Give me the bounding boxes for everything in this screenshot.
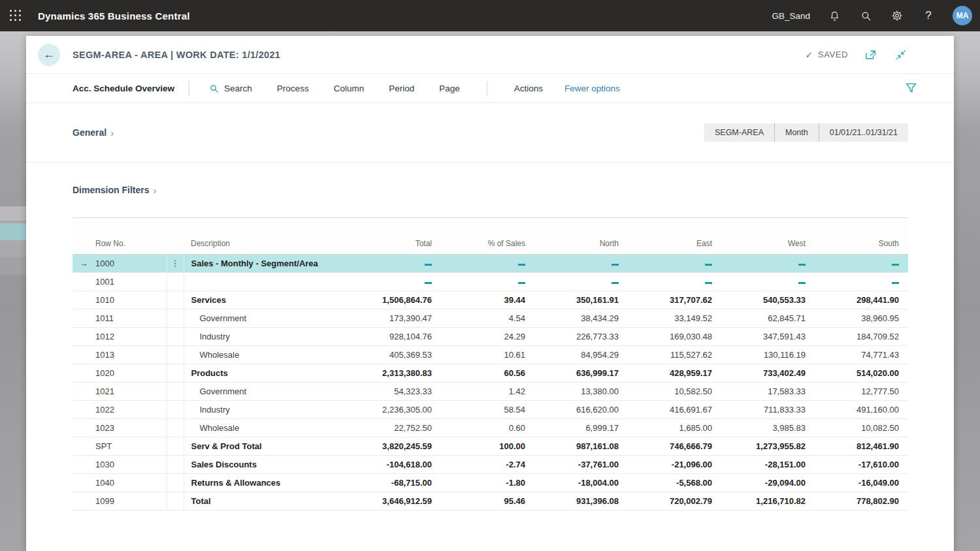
table-row[interactable]: 1022Industry2,236,305.0058.54616,620.004… <box>73 401 908 419</box>
cell-value[interactable]: 616,620.00 <box>534 401 628 419</box>
table-row[interactable]: 1099Total3,646,912.5995.46931,396.08720,… <box>73 492 908 511</box>
cell-description[interactable]: Wholesale <box>184 346 348 364</box>
table-row[interactable]: 1021Government54,323.331.4213,380.0010,5… <box>73 383 908 401</box>
cell-row-no[interactable]: 1099 <box>95 492 167 511</box>
open-in-new-window-icon[interactable] <box>864 48 878 61</box>
cell-value[interactable]: 10.61 <box>441 346 534 364</box>
cell-value[interactable]: 184,709.52 <box>815 328 908 346</box>
cell-row-no[interactable]: 1011 <box>95 309 167 328</box>
cell-value[interactable]: 491,160.00 <box>815 401 908 419</box>
cell-value[interactable]: 317,707.62 <box>628 291 721 309</box>
cell-value[interactable]: 10,082.50 <box>815 419 908 437</box>
cell-value[interactable]: 12,777.50 <box>815 383 908 401</box>
cell-value[interactable]: 428,959.17 <box>628 364 721 383</box>
cell-value[interactable]: -68,715.00 <box>348 474 441 492</box>
cell-value[interactable]: 746,666.79 <box>628 437 721 456</box>
cell-value[interactable]: 711,833.33 <box>721 401 815 419</box>
cell-value[interactable]: 2,236,305.00 <box>348 401 441 419</box>
cell-value[interactable]: 39.44 <box>441 291 534 309</box>
cell-value[interactable]: 100.00 <box>441 437 534 456</box>
cell-value[interactable]: 812,461.90 <box>815 437 908 456</box>
cell-value[interactable]: 84,954.29 <box>534 346 628 364</box>
table-row[interactable]: 1012Industry928,104.7624.29226,773.33169… <box>73 328 908 346</box>
cell-value[interactable]: 13,380.00 <box>534 383 628 401</box>
cell-value[interactable]: -18,004.00 <box>534 474 628 492</box>
cell-value[interactable]: 347,591.43 <box>721 328 815 346</box>
column-header-total[interactable]: Total <box>348 218 441 255</box>
row-options-icon[interactable]: ⋮ <box>167 255 184 273</box>
cell-row-no[interactable]: 1021 <box>95 383 167 401</box>
cell-value[interactable]: 540,553.33 <box>721 291 815 309</box>
cell-value[interactable]: -17,610.00 <box>815 456 908 474</box>
cell-description[interactable]: Sales - Monthly - Segment/Area <box>184 255 348 273</box>
filter-column-layout[interactable]: Month <box>775 123 819 142</box>
cell-description[interactable]: Government <box>184 309 348 328</box>
cell-value[interactable] <box>721 273 815 291</box>
table-row[interactable]: 1030Sales Discounts-104,618.00-2.74-37,7… <box>73 456 908 474</box>
cell-value[interactable]: 115,527.62 <box>628 346 721 364</box>
menu-item-column[interactable]: Column <box>334 84 365 93</box>
cell-value[interactable]: 60.56 <box>441 364 534 383</box>
cell-value[interactable] <box>534 255 628 273</box>
cell-value[interactable]: 2,313,380.83 <box>348 364 441 383</box>
cell-description[interactable]: Industry <box>184 401 348 419</box>
cell-row-no[interactable]: 1000 <box>95 255 167 273</box>
cell-value[interactable]: 173,390.47 <box>348 309 441 328</box>
column-header-east[interactable]: East <box>628 218 721 255</box>
cell-value[interactable]: 58.54 <box>441 401 534 419</box>
cell-value[interactable] <box>534 273 628 291</box>
general-section-toggle[interactable]: General › <box>73 127 114 138</box>
cell-value[interactable]: 3,820,245.59 <box>348 437 441 456</box>
column-header-description[interactable]: Description <box>184 218 348 255</box>
app-launcher-icon[interactable] <box>0 0 31 31</box>
menu-item-search[interactable]: Search <box>209 84 252 93</box>
cell-description[interactable]: Wholesale <box>184 419 348 437</box>
column-header-pct-of-sales[interactable]: % of Sales <box>441 218 534 255</box>
cell-value[interactable]: 226,773.33 <box>534 328 628 346</box>
table-row[interactable]: SPTServ & Prod Total3,820,245.59100.0098… <box>73 437 908 456</box>
menu-item-process[interactable]: Process <box>277 84 309 93</box>
cell-value[interactable]: 3,985.83 <box>721 419 815 437</box>
cell-value[interactable] <box>441 255 534 273</box>
cell-value[interactable]: -28,151.00 <box>721 456 815 474</box>
cell-description[interactable]: Total <box>184 492 348 511</box>
cell-value[interactable]: 0.60 <box>441 419 534 437</box>
cell-value[interactable] <box>721 255 815 273</box>
cell-value[interactable]: 3,646,912.59 <box>348 492 441 511</box>
cell-value[interactable] <box>348 273 441 291</box>
table-row[interactable]: 1040Returns & Allowances-68,715.00-1.80-… <box>73 474 908 492</box>
cell-value[interactable]: 778,802.90 <box>815 492 908 511</box>
cell-row-no[interactable]: 1012 <box>95 328 167 346</box>
table-row[interactable]: 1013Wholesale405,369.5310.6184,954.29115… <box>73 346 908 364</box>
cell-value[interactable]: 38,960.95 <box>815 309 908 328</box>
cell-value[interactable] <box>815 273 908 291</box>
cell-description[interactable] <box>184 273 348 291</box>
cell-value[interactable]: 733,402.49 <box>721 364 815 383</box>
cell-value[interactable]: 636,999.17 <box>534 364 628 383</box>
search-icon[interactable] <box>858 8 873 23</box>
table-row[interactable]: 1001 <box>73 273 908 291</box>
cell-value[interactable]: 298,441.90 <box>815 291 908 309</box>
cell-value[interactable]: 38,434.29 <box>534 309 628 328</box>
cell-description[interactable]: Government <box>184 383 348 401</box>
menu-item-period[interactable]: Period <box>389 84 414 93</box>
cell-row-no[interactable]: 1022 <box>95 401 167 419</box>
filter-date-range[interactable]: 01/01/21..01/31/21 <box>819 123 908 142</box>
notifications-icon[interactable] <box>827 8 841 23</box>
table-row[interactable]: →1000⋮Sales - Monthly - Segment/Area <box>73 255 908 273</box>
cell-value[interactable]: 22,752.50 <box>348 419 441 437</box>
cell-value[interactable]: -2.74 <box>441 456 534 474</box>
cell-value[interactable]: -21,096.00 <box>628 456 721 474</box>
cell-value[interactable]: 720,002.79 <box>628 492 721 511</box>
cell-value[interactable]: 1,506,864.76 <box>348 291 441 309</box>
cell-value[interactable]: 33,149.52 <box>628 309 721 328</box>
dimension-filters-toggle[interactable]: Dimension Filters › <box>73 185 156 196</box>
cell-row-no[interactable]: 1001 <box>95 273 167 291</box>
cell-value[interactable]: -5,568.00 <box>628 474 721 492</box>
cell-value[interactable] <box>348 255 441 273</box>
menu-item-actions[interactable]: Actions <box>514 84 543 93</box>
cell-value[interactable]: 514,020.00 <box>815 364 908 383</box>
cell-value[interactable]: -104,618.00 <box>348 456 441 474</box>
cell-value[interactable]: 95.46 <box>441 492 534 511</box>
cell-description[interactable]: Serv & Prod Total <box>184 437 348 456</box>
